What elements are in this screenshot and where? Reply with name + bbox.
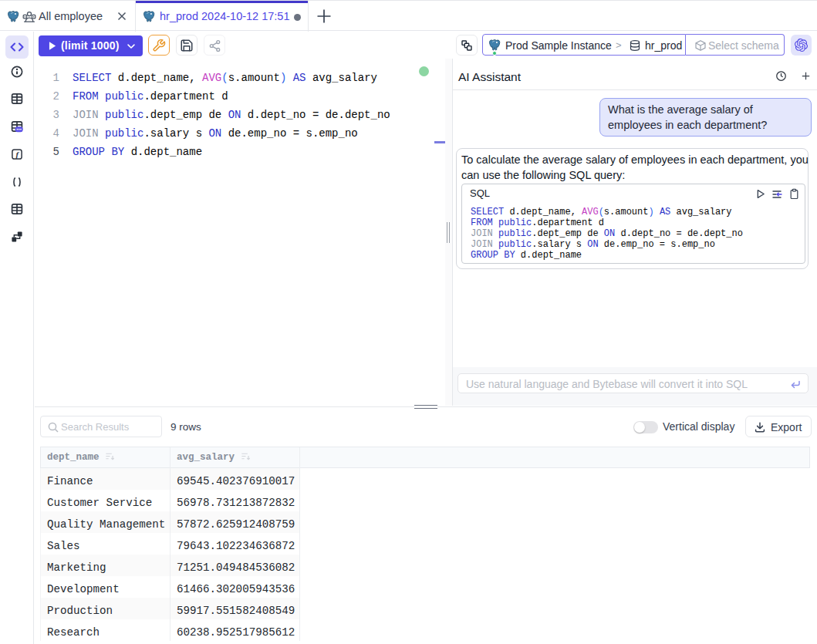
svg-text:f: f [16, 150, 20, 159]
